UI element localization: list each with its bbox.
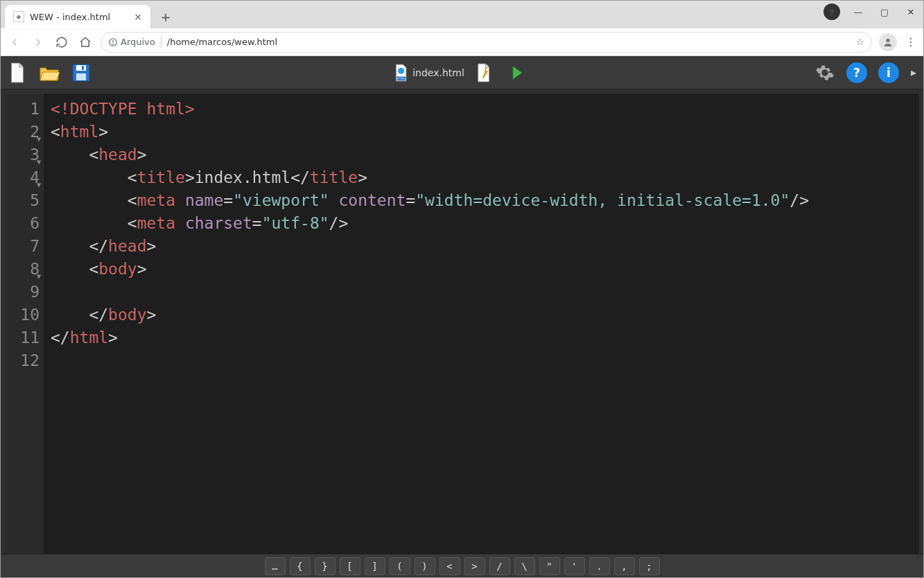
code-line[interactable] [51,281,919,304]
window-controls: ▼ — ▢ ✕ [823,3,919,20]
open-file-button[interactable] [35,59,63,87]
url-scheme-label: Arquivo [121,37,155,47]
code-line[interactable] [51,349,919,372]
code-line[interactable]: </body> [51,304,919,326]
svg-point-3 [886,38,889,42]
svg-point-8 [398,67,404,73]
home-button[interactable] [77,34,94,51]
help-button[interactable]: ? [843,59,871,87]
browser-window: ◆ WEW - index.html × + ▼ — ▢ ✕ Arquivo [0,0,924,578]
url-field[interactable]: Arquivo /home/marcos/wew.html ☆ [101,32,872,53]
info-icon: i [878,62,899,83]
symbol-key[interactable]: , [614,557,635,575]
symbol-key[interactable]: ; [639,557,660,575]
code-line[interactable]: <body> [51,258,919,281]
symbol-key[interactable]: / [489,557,510,575]
code-area[interactable]: <!DOCTYPE html><html> <head> <title>inde… [44,94,919,554]
symbol-key[interactable]: ' [564,557,585,575]
app-toolbar: HTML index.html ? i ▸ [1,56,923,89]
line-gutter: 12▼3▼4▼5678▼9101112 [5,94,44,554]
bookmark-star-icon[interactable]: ☆ [856,37,864,47]
minimize-button[interactable]: — [850,3,866,20]
current-file-name: index.html [412,67,464,78]
url-separator [161,37,162,48]
line-number: 8▼ [5,258,40,281]
line-number: 7 [5,235,40,258]
url-scheme-chip: Arquivo [108,37,155,47]
symbol-key[interactable]: ) [415,557,435,575]
symbol-key[interactable]: " [539,557,560,575]
help-icon: ? [846,62,867,83]
chrome-account-icon[interactable]: ▼ [823,3,840,20]
code-line[interactable]: <title>index.html</title> [51,166,919,189]
browser-tab[interactable]: ◆ WEW - index.html × [5,5,150,28]
line-number: 4▼ [5,166,40,189]
code-editor[interactable]: 12▼3▼4▼5678▼9101112 <!DOCTYPE html><html… [1,89,923,554]
symbol-key[interactable]: > [464,557,485,575]
svg-rect-6 [76,73,86,80]
line-number: 2▼ [5,121,40,143]
browser-menu-button[interactable]: ⋮ [904,35,918,49]
url-path: /home/marcos/wew.html [167,37,277,47]
reload-button[interactable] [53,34,70,51]
symbol-bar: …{}[]()<>/\"'.,; [1,554,923,577]
code-line[interactable]: </html> [51,326,919,349]
new-tab-button[interactable]: + [156,7,175,26]
new-file-button[interactable] [3,59,31,87]
symbol-key[interactable]: \ [514,557,535,575]
symbol-key[interactable]: . [589,557,610,575]
right-tool-group: ? i ▸ [811,59,921,87]
svg-rect-7 [82,66,84,70]
symbol-key[interactable]: … [265,557,286,575]
run-button[interactable] [503,59,531,87]
symbol-key[interactable]: < [439,557,460,575]
forward-button[interactable] [30,34,46,51]
current-file-tab[interactable]: HTML index.html [393,64,464,82]
symbol-key[interactable]: [ [340,557,360,575]
favicon-icon: ◆ [13,11,24,22]
line-number: 12 [5,349,40,372]
line-number: 10 [5,304,40,326]
tab-title: WEW - index.html [30,12,110,22]
close-window-button[interactable]: ✕ [903,3,919,20]
back-button[interactable] [6,34,23,51]
line-number: 9 [5,281,40,304]
line-number: 6 [5,212,40,235]
code-line[interactable]: <html> [51,121,919,143]
center-tool-group: HTML index.html [393,59,531,87]
code-line[interactable]: </head> [51,235,919,258]
line-number: 3▼ [5,143,40,166]
overflow-button[interactable]: ▸ [907,59,921,87]
tab-strip: ◆ WEW - index.html × + ▼ — ▢ ✕ [1,1,923,28]
svg-rect-5 [76,65,86,71]
code-line[interactable]: <head> [51,143,919,166]
svg-text:HTML: HTML [396,77,406,80]
file-tool-group [3,59,95,87]
line-number: 1 [5,98,40,121]
svg-point-2 [113,44,114,44]
code-line[interactable]: <meta name="viewport" content="width=dev… [51,189,919,212]
settings-button[interactable] [811,59,839,87]
html-file-icon: HTML [393,64,408,82]
tab-close-icon[interactable]: × [134,11,142,22]
line-number: 5 [5,189,40,212]
code-line[interactable]: <meta charset="utf-8"/> [51,212,919,235]
address-bar: Arquivo /home/marcos/wew.html ☆ ⋮ [1,28,923,56]
info-button[interactable]: i [875,59,903,87]
editor-app: HTML index.html ? i ▸ 12▼3▼ [1,56,923,577]
maximize-button[interactable]: ▢ [876,3,893,20]
code-line[interactable]: <!DOCTYPE html> [51,98,919,121]
line-number: 11 [5,326,40,349]
symbol-key[interactable]: } [315,557,335,575]
symbol-key[interactable]: { [290,557,311,575]
quick-file-button[interactable] [470,59,498,87]
symbol-key[interactable]: ( [390,557,410,575]
profile-avatar-icon[interactable] [879,33,897,51]
symbol-key[interactable]: ] [365,557,385,575]
save-file-button[interactable] [67,59,95,87]
